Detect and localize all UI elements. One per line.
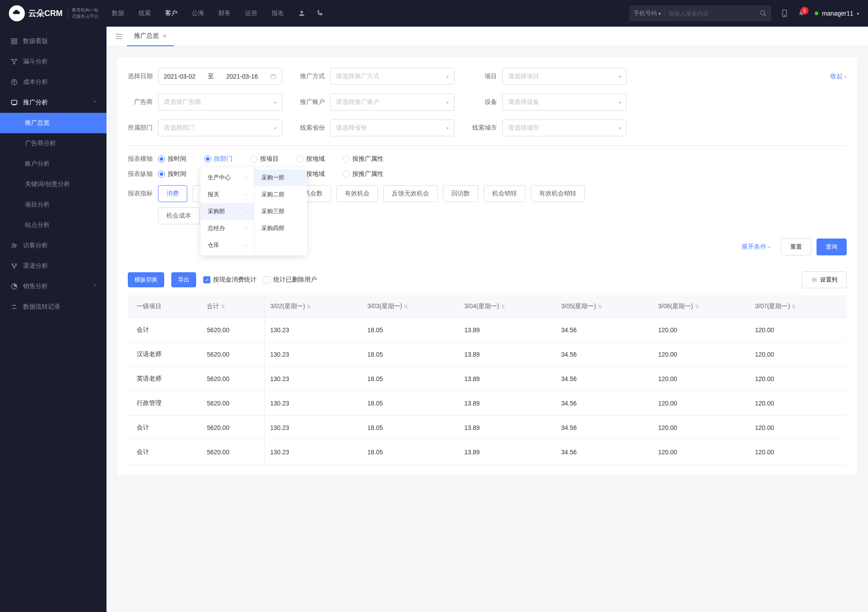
select-advertiser[interactable]: 请选择广告商▾ — [158, 94, 282, 111]
toggle-axis-button[interactable]: 横纵切换 — [128, 272, 164, 287]
nav-item-4[interactable]: 财务 — [218, 9, 231, 17]
table-row[interactable]: 会计5620.00130.2318.0513.8934.56120.00120.… — [128, 440, 847, 465]
search-icon[interactable] — [760, 10, 767, 17]
nav-item-6[interactable]: 报名 — [272, 9, 284, 17]
sidebar-subitem-3-0[interactable]: 推广总览 — [0, 113, 107, 133]
sidebar-subitem-3-5[interactable]: 站点分析 — [0, 215, 107, 235]
table-header-7[interactable]: 3/07(星期一)⇅ — [750, 295, 847, 318]
date-range-input[interactable]: 2021-03-02 至 2021-03-16 — [158, 68, 282, 85]
metric-tag-r2-0[interactable]: 机会成本 — [158, 207, 200, 224]
chevron-right-icon: › — [245, 243, 247, 248]
search-box[interactable]: 手机号码▾ — [629, 5, 771, 21]
table-header-0[interactable]: 一级项目 — [128, 295, 201, 318]
sidebar-item-1[interactable]: 漏斗分析 — [0, 52, 107, 72]
sidebar-subitem-3-3[interactable]: 关键词/创意分析 — [0, 174, 107, 195]
table-row[interactable]: 行政管理5620.00130.2318.0513.8934.56120.0012… — [128, 391, 847, 416]
metric-tag-0[interactable]: 消费 — [158, 185, 187, 202]
nav-item-1[interactable]: 线索 — [138, 9, 151, 17]
table-header-4[interactable]: 3/04(星期一)⇅ — [459, 295, 556, 318]
svg-rect-7 — [15, 42, 17, 44]
device-icon[interactable] — [780, 9, 789, 18]
select-project[interactable]: 请选择项目▾ — [502, 68, 627, 85]
h-axis-group-option-1[interactable]: 按部门 — [204, 155, 233, 163]
username: manager11 — [822, 10, 853, 17]
sidebar-item-0[interactable]: 数据看版 — [0, 31, 107, 52]
sidebar-subitem-3-1[interactable]: 广告商分析 — [0, 133, 107, 154]
nav-item-5[interactable]: 运营 — [245, 9, 257, 17]
sidebar-item-5[interactable]: 渠道分析 — [0, 256, 107, 276]
table-cell: 34.56 — [556, 318, 653, 342]
sidebar-toggle[interactable] — [111, 29, 127, 44]
checkbox-deleted[interactable]: 统计已删除用户 — [264, 276, 317, 284]
v-axis-group-option-4[interactable]: 按推广属性 — [343, 170, 383, 178]
table-header-1[interactable]: 合计⇅ — [201, 295, 264, 318]
metric-tag-7[interactable]: 回访数 — [443, 185, 478, 202]
select-city[interactable]: 请选择城市▾ — [502, 119, 627, 136]
sidebar-item-label: 数据流转记录 — [23, 303, 60, 311]
dropdown-col2-item-1[interactable]: 采购二部 — [254, 186, 307, 203]
channel-icon — [11, 262, 18, 270]
table-header-6[interactable]: 3/06(星期一)⇅ — [653, 295, 750, 318]
select-method[interactable]: 请选择推广方式▾ — [330, 68, 454, 85]
v-axis-group-option-0[interactable]: 按时间 — [158, 170, 186, 178]
table-cell: 13.89 — [459, 318, 556, 342]
nav-item-2[interactable]: 客户 — [165, 9, 178, 17]
user-icon[interactable] — [297, 9, 306, 18]
tab-bar: 推广总览 ✕ — [107, 27, 868, 47]
select-device[interactable]: 请选择设备▾ — [502, 94, 627, 111]
export-button[interactable]: 导出 — [171, 272, 196, 287]
dropdown-col2-item-2[interactable]: 采购三部 — [254, 203, 307, 220]
table-row[interactable]: 英语老师5620.00130.2318.0513.8934.56120.0012… — [128, 367, 847, 391]
metric-tag-6[interactable]: 反馈无效机会 — [383, 185, 438, 202]
sidebar-item-2[interactable]: 成本分析 — [0, 72, 107, 92]
sidebar-subitem-3-4[interactable]: 项目分析 — [0, 195, 107, 215]
select-dept[interactable]: 请选择部门▾ — [158, 119, 282, 136]
search-input[interactable] — [668, 10, 760, 17]
notification-bell[interactable]: 5 — [798, 9, 806, 17]
dropdown-col1-item-3[interactable]: 总经办› — [201, 220, 254, 237]
h-axis-group-option-0[interactable]: 按时间 — [158, 155, 186, 163]
metric-tag-5[interactable]: 有效机会 — [336, 185, 378, 202]
phone-icon[interactable] — [315, 9, 324, 18]
dropdown-col1-item-2[interactable]: 采购部› — [201, 203, 254, 220]
sidebar-item-4[interactable]: 访客分析 — [0, 235, 107, 256]
sort-icon: ⇅ — [792, 304, 796, 309]
select-account[interactable]: 请选择推广账户▾ — [330, 94, 454, 111]
h-axis-group-option-3[interactable]: 按地域 — [296, 155, 325, 163]
dropdown-col2-item-3[interactable]: 采购四部 — [254, 220, 307, 237]
logo[interactable]: 云朵CRM 教育机构一站式服务云平台 — [9, 5, 99, 21]
table-cell: 120.00 — [653, 416, 750, 440]
nav-item-0[interactable]: 数据 — [112, 9, 124, 17]
h-axis-group-option-2[interactable]: 按项目 — [250, 155, 279, 163]
expand-conditions[interactable]: 展开条件▾ — [742, 243, 770, 251]
search-prefix[interactable]: 手机号码▾ — [634, 9, 665, 17]
sidebar-item-6[interactable]: 销售分析˅ — [0, 276, 107, 297]
query-button[interactable]: 查询 — [817, 238, 847, 255]
sidebar-subitem-3-2[interactable]: 账户分析 — [0, 154, 107, 174]
nav-item-3[interactable]: 公海 — [192, 9, 204, 17]
column-settings-button[interactable]: 设置列 — [802, 271, 847, 288]
sidebar-item-7[interactable]: 数据流转记录 — [0, 297, 107, 317]
metric-tag-9[interactable]: 有效机会销转 — [531, 185, 585, 202]
dropdown-col1-item-0[interactable]: 生产中心› — [201, 169, 254, 186]
tab-promo-overview[interactable]: 推广总览 ✕ — [127, 27, 174, 46]
metric-tag-8[interactable]: 机会销转 — [484, 185, 525, 202]
h-axis-group-option-4[interactable]: 按推广属性 — [343, 155, 383, 163]
dropdown-col1-item-1[interactable]: 报关› — [201, 186, 254, 203]
table-row[interactable]: 会计5620.00130.2318.0513.8934.56120.00120.… — [128, 416, 847, 440]
dropdown-col1-item-4[interactable]: 仓库› — [201, 237, 254, 254]
reset-button[interactable]: 重置 — [781, 238, 811, 255]
table-header-3[interactable]: 3/03(星期一)⇅ — [362, 295, 459, 318]
checkbox-cash[interactable]: 按现金消费统计 — [203, 276, 256, 284]
user-menu[interactable]: manager11 ▾ — [815, 10, 859, 17]
select-province[interactable]: 请选择省份▾ — [330, 119, 454, 136]
sidebar-item-3[interactable]: 推广分析˄ — [0, 92, 107, 113]
table-header-2[interactable]: 3/02(星期一)⇅ — [264, 295, 362, 318]
dropdown-col2-item-0[interactable]: 采购一部 — [254, 169, 307, 186]
table-header-5[interactable]: 3/05(星期一)⇅ — [556, 295, 653, 318]
collapse-button[interactable]: 收起▾ — [830, 72, 847, 80]
close-icon[interactable]: ✕ — [162, 33, 167, 39]
sales-icon — [11, 283, 18, 290]
table-row[interactable]: 汉语老师5620.00130.2318.0513.8934.56120.0012… — [128, 342, 847, 367]
table-row[interactable]: 会计5620.00130.2318.0513.8934.56120.00120.… — [128, 318, 847, 342]
